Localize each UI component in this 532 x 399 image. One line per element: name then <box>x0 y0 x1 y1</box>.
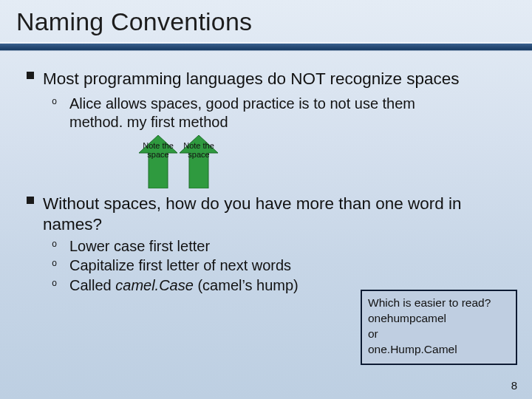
title-divider <box>0 42 532 52</box>
bullet-text-suffix: (camel’s hump) <box>194 277 299 293</box>
callout-line: Which is easier to read? <box>368 296 510 311</box>
callout-line: onehumpcamel <box>368 311 510 327</box>
callout-line: or <box>368 327 510 342</box>
sub-bullet-list: Lower case first letter Capitalize first… <box>27 237 511 294</box>
section-2: Without spaces, how do you have more tha… <box>27 194 511 294</box>
bullet-level2: Alice allows spaces, good practice is to… <box>52 95 511 131</box>
arrow-note-1: Note the space <box>137 135 179 188</box>
bullet-text-line2: method. my first method <box>69 114 228 130</box>
arrow-annotations: Note the space Note the space <box>137 135 511 191</box>
slide-title: Naming Conventions <box>0 0 532 41</box>
callout-box: Which is easier to read? onehumpcamel or… <box>361 290 517 365</box>
arrow-label: Note the space <box>178 141 219 159</box>
section-1: Most programming languages do NOT recogn… <box>27 69 511 191</box>
bullet-text-prefix: Called <box>69 277 115 293</box>
bullet-level1: Most programming languages do NOT recogn… <box>27 69 511 89</box>
bullet-level2: Capitalize first letter of next words <box>52 256 511 274</box>
bullet-level2: Lower case first letter <box>52 237 511 255</box>
bullet-text-line1: Alice allows spaces, good practice is to… <box>69 95 415 112</box>
callout-line: one.Hump.Camel <box>368 342 510 358</box>
arrow-label: Note the space <box>137 141 179 159</box>
bullet-text-em: camel.Case <box>115 277 194 293</box>
slide-body: Most programming languages do NOT recogn… <box>0 52 532 294</box>
slide: Naming Conventions Most programming lang… <box>0 0 532 399</box>
page-number: 8 <box>511 379 517 392</box>
bullet-level1: Without spaces, how do you have more tha… <box>27 194 511 234</box>
arrow-note-2: Note the space <box>178 135 219 188</box>
